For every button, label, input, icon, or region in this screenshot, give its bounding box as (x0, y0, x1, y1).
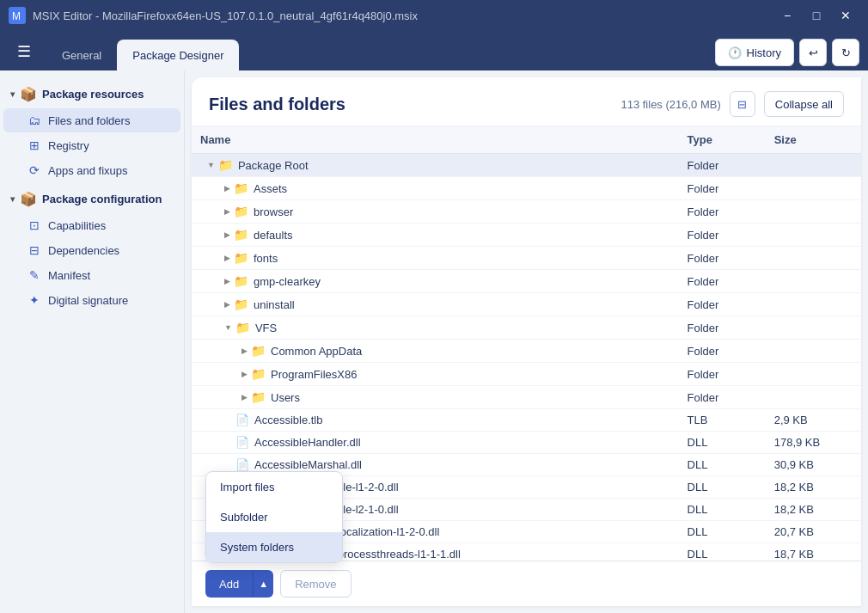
table-row[interactable]: ▶ 📁 Common AppData Folder (192, 340, 861, 363)
cell-size: 30,9 KB (766, 454, 844, 476)
sidebar-item-files-folders[interactable]: 🗂 Files and folders (3, 108, 180, 132)
app-icon: M (9, 7, 26, 24)
resources-chevron-icon: ▾ (10, 89, 15, 99)
refresh-button[interactable]: ↻ (832, 39, 859, 66)
table-row[interactable]: ▶ 📁 uninstall Folder (192, 293, 861, 316)
filter-button[interactable]: ⊟ (730, 91, 755, 117)
sidebar-item-manifest[interactable]: ✎ Manifest (3, 263, 180, 287)
col-name-header[interactable]: Name (192, 126, 679, 154)
sidebar-item-capabilities-label: Capabilities (48, 219, 106, 232)
history-clock-icon: 🕐 (728, 46, 742, 59)
cell-scroll (844, 270, 861, 293)
chevron-right-icon: ▶ (241, 393, 248, 402)
bottom-bar: Import files Subfolder System folders Ad… (192, 561, 861, 606)
cell-scroll (844, 340, 861, 363)
filter-icon: ⊟ (737, 98, 747, 111)
sidebar-item-digital-signature[interactable]: ✦ Digital signature (3, 288, 180, 312)
cell-scroll (844, 454, 861, 476)
collapse-all-button[interactable]: Collapse all (764, 91, 844, 117)
titlebar: M MSIX Editor - MozillaFirefoxx64en-US_1… (0, 0, 868, 31)
col-type-header[interactable]: Type (679, 126, 766, 154)
table-row[interactable]: ▼ 📁 VFS Folder (192, 316, 861, 340)
table-row[interactable]: 📄 Accessible.tlb TLB 2,9 KB (192, 409, 861, 432)
cell-name: ▼ 📁 VFS (192, 316, 679, 340)
cell-type: Folder (679, 270, 766, 293)
cell-type: Folder (679, 316, 766, 340)
chevron-right-icon: ▶ (241, 370, 248, 378)
sidebar-item-apps-fixups[interactable]: ⟳ Apps and fixups (3, 158, 180, 182)
row-name: browser (254, 205, 293, 218)
sidebar-section-config-header[interactable]: ▾ 📦 Package configuration (0, 186, 184, 212)
cell-scroll (844, 154, 861, 177)
context-menu-item-import[interactable]: Import files (206, 472, 342, 502)
table-row[interactable]: ▶ 📁 gmp-clearkey Folder (192, 270, 861, 293)
row-name: AccessibleMarshal.dll (254, 458, 362, 471)
table-row[interactable]: ▼ 📁 Package Root Folder (192, 154, 861, 177)
history-button[interactable]: 🕐 History (715, 39, 794, 66)
add-button-group: Add ▲ (205, 570, 273, 598)
cell-scroll (844, 476, 861, 499)
context-menu-item-system-folders[interactable]: System folders (206, 532, 342, 562)
table-row[interactable]: ▶ 📁 Users Folder (192, 386, 861, 409)
table-row[interactable]: ▶ 📁 browser Folder (192, 200, 861, 224)
sidebar-section-config: ▾ 📦 Package configuration ⊡ Capabilities… (0, 186, 184, 312)
row-name: fonts (254, 252, 278, 265)
table-row[interactable]: ▶ 📁 defaults Folder (192, 224, 861, 247)
row-name: uninstall (254, 298, 295, 311)
sidebar-section-resources-header[interactable]: ▾ 📦 Package resources (0, 81, 184, 107)
row-name: ProgramFilesX86 (271, 368, 357, 381)
cell-type: DLL (679, 521, 766, 543)
cell-scroll (844, 543, 861, 561)
cell-scroll (844, 247, 861, 270)
remove-button[interactable]: Remove (280, 570, 351, 598)
registry-icon: ⊞ (28, 138, 41, 152)
row-name: Users (271, 391, 300, 404)
cell-scroll (844, 499, 861, 521)
capabilities-icon: ⊡ (28, 218, 41, 232)
folder-icon: 📁 (234, 181, 248, 195)
cell-size: 178,9 KB (766, 432, 844, 454)
undo-button[interactable]: ↩ (799, 39, 827, 66)
cell-size (766, 270, 844, 293)
cell-scroll (844, 293, 861, 316)
chevron-down-icon: ▼ (207, 161, 215, 169)
cell-size (766, 154, 844, 177)
table-row[interactable]: 📄 AccessibleHandler.dll DLL 178,9 KB (192, 432, 861, 454)
row-name: defaults (254, 229, 293, 242)
tab-package-designer[interactable]: Package Designer (117, 40, 239, 70)
menu-button[interactable]: ☰ (9, 36, 40, 67)
file-count: 113 files (216,0 MB) (620, 98, 720, 111)
cell-scroll (844, 521, 861, 543)
cell-type: Folder (679, 154, 766, 177)
tab-general[interactable]: General (46, 40, 117, 70)
folder-icon: 📁 (218, 158, 233, 172)
svg-text:M: M (12, 10, 21, 22)
content-header: Files and folders 113 files (216,0 MB) ⊟… (192, 77, 861, 126)
cell-size (766, 386, 844, 409)
maximize-button[interactable]: □ (803, 2, 830, 29)
cell-name: 📄 AccessibleHandler.dll (192, 432, 679, 454)
close-button[interactable]: ✕ (832, 2, 859, 29)
cell-name: ▶ 📁 ProgramFilesX86 (192, 363, 679, 386)
row-name: VFS (255, 322, 277, 334)
col-size-header[interactable]: Size (766, 126, 844, 154)
add-button[interactable]: Add (205, 570, 253, 598)
folder-icon: 📁 (251, 344, 266, 358)
table-row[interactable]: ▶ 📁 ProgramFilesX86 Folder (192, 363, 861, 386)
cell-type: Folder (679, 340, 766, 363)
table-row[interactable]: ▶ 📁 Assets Folder (192, 177, 861, 200)
chevron-right-icon: ▶ (224, 184, 230, 193)
sidebar-item-dependencies[interactable]: ⊟ Dependencies (3, 238, 180, 262)
tabbar-right: 🕐 History ↩ ↻ (239, 39, 859, 70)
cell-type: DLL (679, 432, 766, 454)
files-folders-icon: 🗂 (28, 113, 41, 127)
digital-signature-icon: ✦ (28, 293, 41, 307)
minimize-button[interactable]: − (773, 2, 801, 29)
add-dropdown-button[interactable]: ▲ (253, 570, 273, 598)
cell-scroll (844, 177, 861, 200)
table-row[interactable]: ▶ 📁 fonts Folder (192, 247, 861, 270)
cell-scroll (844, 432, 861, 454)
sidebar-item-capabilities[interactable]: ⊡ Capabilities (3, 213, 180, 237)
context-menu-item-subfolder[interactable]: Subfolder (206, 502, 342, 532)
sidebar-item-registry[interactable]: ⊞ Registry (3, 133, 180, 157)
